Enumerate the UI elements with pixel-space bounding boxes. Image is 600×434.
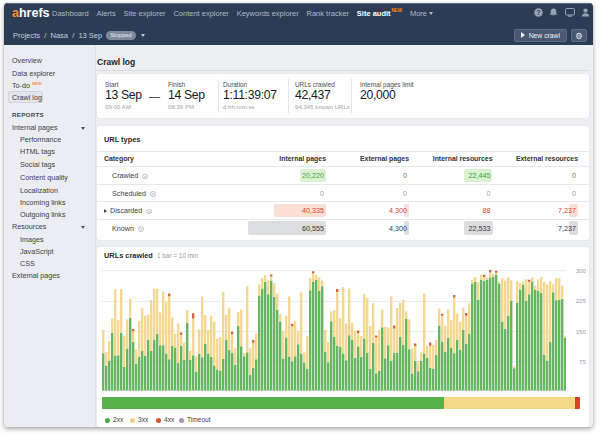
svg-text:?: ? <box>536 9 540 16</box>
